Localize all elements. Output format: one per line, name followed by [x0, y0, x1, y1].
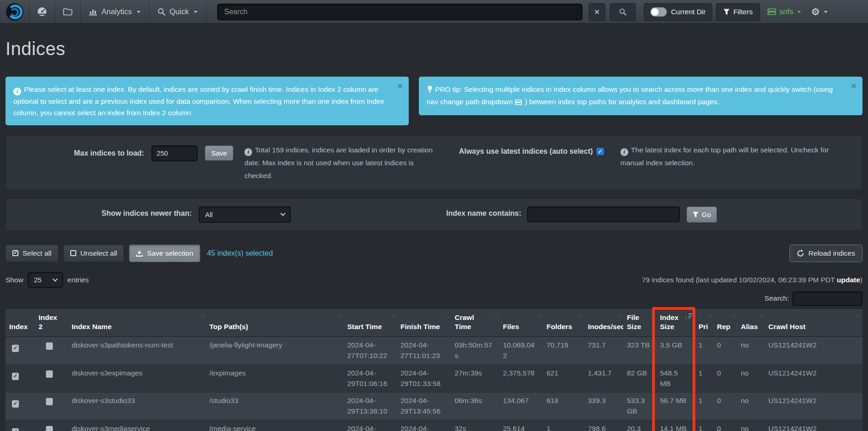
col-header-pri[interactable]: Pri ↑↓ [695, 308, 713, 337]
max-indices-label: Max indices to load: [74, 149, 144, 157]
col-header-index-size[interactable]: Index Size ↓ [656, 308, 695, 337]
quick-menu[interactable]: Quick [149, 0, 206, 23]
max-indices-panel: Max indices to load: Save iTotal 159 ind… [6, 135, 862, 190]
save-icon [136, 250, 143, 257]
save-button[interactable]: Save [205, 146, 233, 161]
folders-cell: 1 [543, 420, 584, 431]
sort-icon[interactable]: ↑↓ [618, 313, 622, 320]
crawl-time-cell: 03h:50m:57s [451, 337, 499, 365]
lightbulb-icon [427, 86, 434, 94]
finish-time-cell: 2024-04-29T13:23:06 [397, 420, 451, 431]
col-header-index[interactable]: Index [6, 308, 35, 337]
file-size-cell: 533.3 GB [623, 392, 656, 420]
col-header-crawl-time[interactable]: Crawl Time ↑↓ [451, 308, 499, 337]
sort-icon[interactable]: ↑↓ [732, 313, 736, 320]
col-header-finish-time[interactable]: Finish Time ↑↓ [397, 308, 451, 337]
storage-dropdown[interactable]: snfs [767, 0, 801, 23]
save-selection-button[interactable]: Save selection [129, 245, 200, 262]
sort-icon[interactable]: ↑↓ [494, 313, 498, 320]
start-time-cell: 2024-04-29T13:22:18 [344, 420, 397, 431]
top-path-cell: /media-service [206, 420, 344, 431]
analytics-menu[interactable]: Analytics [81, 0, 149, 23]
settings-menu[interactable]: ⚙ [811, 0, 828, 23]
search-icon [619, 8, 626, 16]
newer-than-select[interactable]: All [199, 207, 291, 223]
latest-indices-checkbox[interactable]: ✓ [597, 148, 604, 155]
col-header-alias[interactable]: Alias ↑↓ [737, 308, 765, 337]
search-submit-button[interactable] [610, 3, 636, 21]
sort-icon[interactable]: ↑↓ [445, 313, 450, 320]
clear-search-button[interactable]: × [589, 3, 605, 21]
current-dir-toggle[interactable] [650, 7, 667, 17]
search-input[interactable] [217, 4, 582, 20]
col-header-top-paths[interactable]: Top Path(s) ↑↓ [206, 308, 344, 337]
max-indices-input[interactable] [152, 146, 197, 161]
col-header-files[interactable]: Files ↑↓ [499, 308, 543, 337]
table-search-label: Search: [765, 294, 789, 302]
sort-icon[interactable]: ↑↓ [391, 313, 395, 320]
index-size-cell: 3.5 GB [656, 337, 695, 365]
index-checkbox[interactable] [12, 400, 19, 408]
col-header-file-size[interactable]: File Size ↑↓ [623, 308, 656, 337]
go-button[interactable]: Go [687, 207, 717, 223]
index-checkbox[interactable] [12, 428, 19, 431]
col-header-crawl-host[interactable]: Crawl Host ↑↓ [765, 308, 862, 337]
inodes-sec-cell: 1,431.7 [584, 364, 623, 392]
sort-icon[interactable]: ↑↓ [759, 313, 763, 320]
index-checkbox[interactable] [12, 373, 19, 380]
name-contains-input[interactable] [527, 207, 680, 222]
selected-count-link[interactable]: 45 index(s) selected [207, 249, 273, 257]
files-cell: 134,067 [499, 392, 543, 420]
gear-icon: ⚙ [811, 6, 820, 17]
update-link[interactable]: update [837, 276, 860, 284]
sort-icon[interactable]: ↑↓ [579, 313, 583, 320]
file-browser-nav-item[interactable] [55, 0, 81, 23]
newer-than-value: All [205, 211, 213, 218]
crawl-host-cell: US1214241W2 [765, 337, 862, 365]
rep-cell: 0 [713, 420, 737, 431]
reload-indices-button[interactable]: Reload indices [789, 245, 862, 262]
folder-icon [63, 8, 73, 16]
sort-icon[interactable]: ↑↓ [200, 313, 204, 320]
chevron-down-icon [137, 11, 141, 13]
index-name-cell: diskover-s3pathtokens-num-test [68, 337, 206, 365]
col-header-index-name[interactable]: Index Name ↑↓ [68, 308, 206, 337]
index2-checkbox[interactable] [46, 398, 53, 405]
rep-cell: 0 [713, 337, 737, 365]
col-header-start-time[interactable]: Start Time ↑↓ [344, 308, 397, 337]
col-header-folders[interactable]: Folders ↑↓ [543, 308, 584, 337]
table-search-input[interactable] [793, 291, 862, 306]
sort-icon[interactable]: ↑↓ [537, 313, 541, 320]
select-all-button[interactable]: Select all [6, 245, 58, 262]
dashboard-nav-item[interactable] [29, 0, 55, 23]
index-checkbox[interactable] [12, 345, 19, 352]
alias-cell: no [737, 392, 765, 420]
filters-button[interactable]: Filters [716, 3, 760, 21]
sort-desc-icon[interactable]: ↓ [685, 313, 693, 321]
entries-select[interactable]: 25 [28, 272, 63, 288]
filter-funnel-icon [723, 9, 730, 15]
sort-icon[interactable]: ↑↓ [855, 313, 859, 320]
index-name-cell: diskover-s3expimages [68, 364, 206, 392]
sort-icon[interactable]: ↑↓ [651, 313, 655, 320]
chevron-down-icon [797, 11, 801, 13]
sort-icon[interactable]: ↑↓ [338, 313, 342, 320]
table-row: diskover-s3studio33 /studio33 2024-04-29… [6, 392, 862, 420]
start-time-cell: 2024-04-29T13:38:10 [344, 392, 397, 420]
unselect-all-button[interactable]: Unselect all [63, 245, 124, 262]
inodes-sec-cell: 731.7 [584, 337, 623, 365]
index2-checkbox[interactable] [46, 370, 53, 378]
pri-cell: 1 [695, 420, 713, 431]
col-header-index2[interactable]: Index 2 [35, 308, 68, 337]
col-header-rep[interactable]: Rep ↑↓ [713, 308, 737, 337]
index2-checkbox[interactable] [46, 342, 53, 350]
sort-icon[interactable]: ↑↓ [708, 313, 712, 320]
col-header-inodes-sec[interactable]: Inodes/sec ↑↓ [584, 308, 623, 337]
close-icon[interactable]: × [851, 81, 857, 90]
chevron-down-icon [281, 211, 286, 216]
diskover-logo[interactable] [0, 0, 29, 23]
close-icon[interactable]: × [397, 81, 403, 90]
gauge-icon [37, 7, 47, 17]
index2-checkbox[interactable] [46, 426, 53, 431]
diskover-logo-icon [6, 3, 24, 21]
